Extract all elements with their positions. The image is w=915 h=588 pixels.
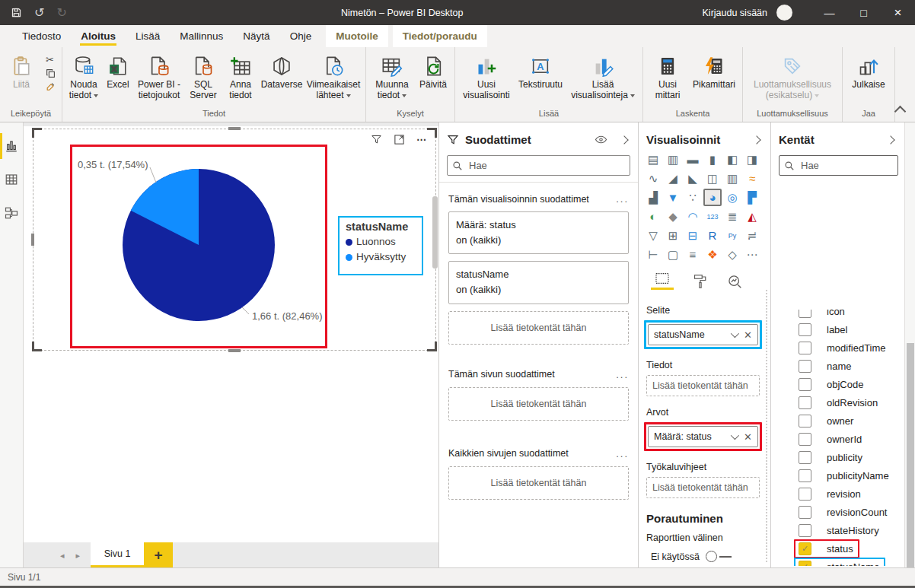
field-row[interactable]: icon (771, 310, 904, 320)
tab-ohje[interactable]: Ohje (280, 25, 322, 47)
100-stacked-column-chart-icon[interactable]: ◨ (743, 151, 761, 168)
ribbon-chart-icon[interactable]: ≈ (743, 170, 761, 187)
values-well-field[interactable]: Määrä: status ✕ (648, 426, 758, 447)
recent-sources-button[interactable]: Viimeaikaiset lähteet (304, 52, 362, 102)
undo-icon[interactable]: ↺ (34, 5, 44, 20)
publish-button[interactable]: Julkaise (846, 52, 891, 91)
add-data-fields-dropzone[interactable]: Lisää tietokentät tähän (448, 466, 629, 500)
page-tab[interactable]: Sivu 1 (91, 542, 144, 568)
new-visual-button[interactable]: Uusi visualisointi (458, 52, 515, 102)
multi-row-card-icon[interactable]: ≣ (723, 208, 741, 225)
matrix-icon[interactable]: ⊟ (684, 227, 702, 244)
decomposition-tree-icon[interactable]: ⊢ (644, 246, 662, 263)
save-icon[interactable] (11, 7, 22, 18)
field-row[interactable]: name (771, 357, 904, 375)
tab-nayta[interactable]: Näytä (233, 25, 279, 47)
power-bi-datasets-button[interactable]: Power BI -tietojoukot (134, 52, 184, 102)
waterfall-chart-icon[interactable]: ▟ (644, 189, 662, 206)
field-row[interactable]: revisionCount (771, 503, 904, 521)
filter-card[interactable]: statusName on (kaikki) (448, 261, 629, 304)
get-data-button[interactable]: Nouda tiedot (65, 52, 102, 102)
enter-data-button[interactable]: Anna tiedot (222, 52, 259, 102)
new-measure-button[interactable]: Uusi mittari (646, 52, 689, 102)
fields-tab[interactable] (651, 272, 674, 290)
field-row[interactable]: revision (771, 485, 904, 503)
table-icon[interactable]: ⊞ (664, 227, 682, 244)
stacked-bar-chart-icon[interactable]: ▤ (644, 151, 662, 168)
chevron-down-icon[interactable] (731, 431, 739, 440)
tooltips-well-dropzone[interactable]: Lisää tietokentät tähän (646, 477, 760, 498)
report-canvas[interactable]: ⋯ 0,35 t. (17,54%) 1,66 t. (82,46%) stat… (24, 122, 438, 542)
field-checkbox[interactable] (799, 506, 811, 519)
dataverse-button[interactable]: Dataverse (259, 52, 304, 91)
tab-mallinnus[interactable]: Mallinnus (170, 25, 233, 47)
add-data-fields-dropzone[interactable]: Lisää tietokentät tähän (448, 311, 629, 345)
more-options-icon[interactable]: ... (616, 193, 629, 205)
pie-chart-icon[interactable]: ◕ (703, 189, 722, 206)
legend-box[interactable]: statusName LuonnosHyväksytty (338, 216, 423, 275)
area-chart-icon[interactable]: ◢ (664, 170, 682, 187)
treemap-icon[interactable]: ▛ (743, 189, 761, 206)
maximize-button[interactable]: □ (846, 0, 881, 25)
field-row[interactable]: owner (771, 412, 904, 430)
sql-server-button[interactable]: SQL Server (184, 52, 222, 102)
more-options-icon[interactable]: ... (616, 448, 629, 459)
field-checkbox[interactable] (799, 323, 811, 336)
card-icon[interactable]: 123 (703, 208, 722, 225)
field-checkbox[interactable] (799, 342, 811, 354)
remove-field-icon[interactable]: ✕ (744, 431, 752, 443)
fields-search[interactable] (779, 155, 898, 176)
field-checkbox[interactable] (799, 396, 811, 409)
field-checkbox[interactable] (799, 360, 811, 373)
previous-page-icon[interactable]: ◂ (60, 551, 65, 561)
field-checkbox[interactable] (799, 378, 811, 391)
field-checkbox[interactable] (799, 524, 811, 537)
field-row[interactable]: ownerId (771, 430, 904, 448)
line-and-clustered-column-chart-icon[interactable]: ▥ (723, 170, 741, 187)
field-row[interactable]: objCode (771, 375, 904, 393)
slicer-icon[interactable]: ▽ (644, 227, 662, 244)
copy-icon[interactable] (46, 68, 56, 78)
gauge-icon[interactable]: ◠ (684, 208, 702, 225)
smart-narrative-icon[interactable]: ≡ (684, 246, 702, 263)
quick-measure-button[interactable]: Pikamittari (689, 52, 739, 91)
pie-chart-visual[interactable]: ⋯ 0,35 t. (17,54%) 1,66 t. (82,46%) stat… (33, 129, 436, 351)
tab-muotoile[interactable]: Muotoile (326, 25, 388, 47)
format-painter-icon[interactable] (46, 82, 56, 92)
excel-button[interactable]: X Excel (102, 52, 134, 91)
line-chart-icon[interactable]: ∿ (644, 170, 662, 187)
details-well-dropzone[interactable]: Lisää tietokentät tähän (646, 375, 760, 396)
cut-icon[interactable]: ✂ (46, 55, 56, 65)
filters-search-input[interactable] (467, 159, 625, 172)
sensitivity-button[interactable]: Luottamuksellisuus (esikatselu) (746, 52, 839, 102)
legend-well-field[interactable]: statusName ✕ (648, 324, 758, 345)
format-tab[interactable] (693, 274, 707, 289)
more-visuals-button[interactable]: Lisää visualisointeja (566, 52, 639, 102)
data-view-button[interactable] (0, 170, 23, 189)
filled-map-icon[interactable]: ◆ (664, 208, 682, 225)
chevron-down-icon[interactable] (731, 329, 739, 338)
tab-tiedot-poraudu[interactable]: Tiedot/poraudu (393, 25, 487, 47)
field-checkbox[interactable] (799, 469, 811, 482)
tab-lisaa[interactable]: Lisää (126, 25, 170, 47)
collapse-pane-icon[interactable] (620, 135, 628, 144)
field-checkbox[interactable] (799, 310, 811, 318)
field-checkbox[interactable]: ✓ (799, 561, 811, 567)
more-options-icon[interactable]: ⋯ (743, 246, 761, 263)
field-checkbox[interactable] (799, 451, 811, 464)
next-page-icon[interactable]: ▸ (76, 551, 81, 561)
field-checkbox[interactable]: ✓ (799, 542, 811, 555)
qa-icon[interactable]: ▢ (664, 246, 682, 263)
collapse-pane-icon[interactable] (886, 135, 894, 144)
power-automate-icon[interactable]: ◇ (723, 246, 741, 263)
clustered-bar-chart-icon[interactable]: ▬ (684, 151, 702, 168)
legend-item[interactable]: Luonnos (346, 234, 422, 250)
field-row[interactable]: publicityName (771, 466, 904, 485)
r-script-icon[interactable]: R (703, 227, 722, 244)
more-options-icon[interactable]: ... (616, 369, 629, 380)
redo-icon[interactable]: ↻ (56, 5, 66, 20)
fields-scrollbar[interactable] (904, 122, 915, 568)
donut-chart-icon[interactable]: ◎ (723, 189, 741, 206)
fields-search-input[interactable] (799, 159, 893, 172)
scrollbar-thumb[interactable] (907, 343, 914, 567)
